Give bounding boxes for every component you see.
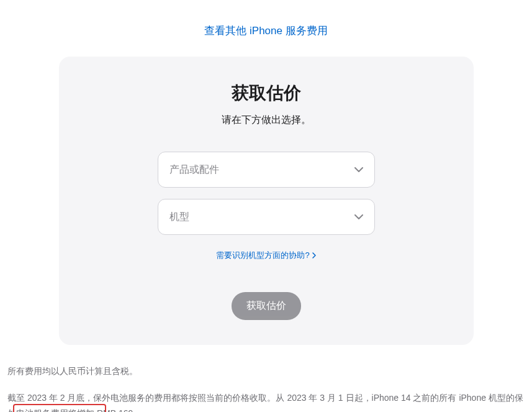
help-link-label: 需要识别机型方面的协助? (216, 250, 309, 261)
product-select[interactable]: 产品或配件 (158, 152, 375, 188)
other-services-link[interactable]: 查看其他 iPhone 服务费用 (204, 25, 327, 37)
model-select-placeholder: 机型 (169, 211, 189, 224)
footer-price-text: 截至 2023 年 2 月底，保外电池服务的费用都将按照当前的价格收取。从 20… (7, 393, 523, 412)
chevron-right-icon (312, 252, 316, 259)
footer-price-note: 截至 2023 年 2 月底，保外电池服务的费用都将按照当前的价格收取。从 20… (0, 379, 532, 412)
estimate-card: 获取估价 请在下方做出选择。 产品或配件 机型 需要识别机型方面的协助? 获取估… (59, 57, 474, 345)
chevron-down-icon (354, 167, 363, 172)
get-estimate-button[interactable]: 获取估价 (232, 292, 301, 320)
model-select[interactable]: 机型 (158, 199, 375, 235)
card-title: 获取估价 (84, 81, 449, 105)
identify-model-help-link[interactable]: 需要识别机型方面的协助? (216, 250, 315, 261)
footer-tax-note: 所有费用均以人民币计算且含税。 (0, 345, 532, 379)
card-subtitle: 请在下方做出选择。 (84, 114, 449, 127)
chevron-down-icon (354, 214, 363, 219)
product-select-placeholder: 产品或配件 (169, 163, 219, 176)
